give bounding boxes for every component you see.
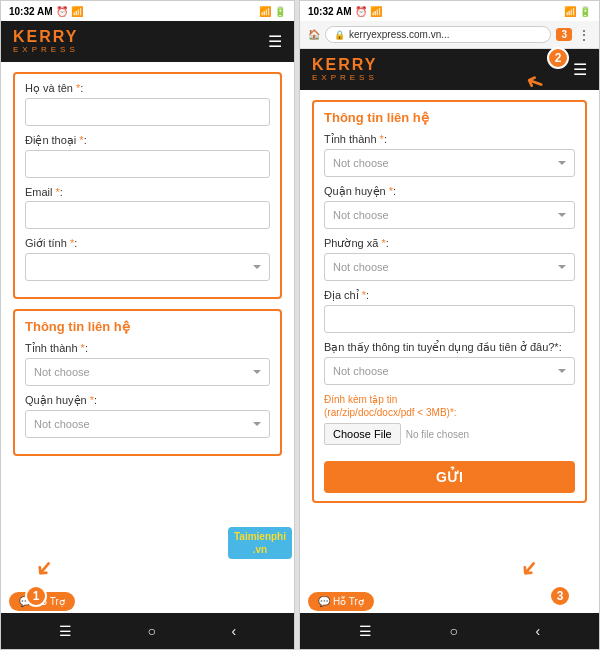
bottom-nav-right: ☰ ○ ‹	[300, 613, 599, 649]
bottom-nav-left: ☰ ○ ‹	[1, 613, 294, 649]
time-left: 10:32 AM	[9, 6, 53, 17]
no-file-label: No file chosen	[406, 429, 469, 440]
badge-3: 3	[549, 585, 571, 607]
contact-section-left: Thông tin liên hệ Tỉnh thành *: Not choo…	[13, 309, 282, 456]
address-label-right: Địa chỉ *:	[324, 289, 575, 302]
nav-back-icon-right[interactable]: ‹	[535, 623, 540, 639]
battery-icon: 🔋	[274, 6, 286, 17]
watermark-vn: .vn	[253, 544, 267, 555]
nav-menu-icon-right[interactable]: ☰	[359, 623, 372, 639]
province-group-right: Tỉnh thành *: Not choose	[324, 133, 575, 177]
question-label: Bạn thấy thông tin tuyển dụng đầu tiên ở…	[324, 341, 575, 354]
nav-menu-icon-left[interactable]: ☰	[59, 623, 72, 639]
support-btn-right[interactable]: 💬 Hỗ Trợ	[308, 592, 374, 611]
lock-icon: 🔒	[334, 30, 345, 40]
submit-button[interactable]: GỬI	[324, 461, 575, 493]
question-group: Bạn thấy thông tin tuyển dụng đầu tiên ở…	[324, 341, 575, 385]
header-left: KERRY EXPRESS ☰	[1, 21, 294, 62]
logo-kerry-right: KERRY	[312, 57, 378, 73]
district-group-right: Quận huyện *: Not choose	[324, 185, 575, 229]
time-right: 10:32 AM	[308, 6, 352, 17]
url-text: kerryexpress.com.vn...	[349, 29, 450, 40]
choose-file-button[interactable]: Choose File	[324, 423, 401, 445]
district-select-left[interactable]: Not choose	[25, 410, 270, 438]
gender-label: Giới tính *:	[25, 237, 270, 250]
province-select-left[interactable]: Not choose	[25, 358, 270, 386]
url-bar[interactable]: 🔒 kerryexpress.com.vn...	[325, 26, 551, 43]
hamburger-icon-left[interactable]: ☰	[268, 32, 282, 51]
contact-section-right: Thông tin liên hệ Tỉnh thành *: Not choo…	[312, 100, 587, 503]
more-icon[interactable]: ⋮	[577, 27, 591, 43]
content-right: Thông tin liên hệ Tỉnh thành *: Not choo…	[300, 90, 599, 613]
province-label-left: Tỉnh thành *:	[25, 342, 270, 355]
ward-select-right[interactable]: Not choose	[324, 253, 575, 281]
phone-label: Điện thoại *:	[25, 134, 270, 147]
contact-title-right: Thông tin liên hệ	[324, 110, 575, 125]
badge-1: 1	[25, 585, 47, 607]
district-group-left: Quận huyện *: Not choose	[25, 394, 270, 438]
name-label: Họ và tên *:	[25, 82, 270, 95]
contact-title-left: Thông tin liên hệ	[25, 319, 270, 334]
gender-select[interactable]	[25, 253, 270, 281]
address-group-right: Địa chỉ *:	[324, 289, 575, 333]
nav-home-icon-right[interactable]: ○	[449, 623, 457, 639]
status-bar-right: 10:32 AM ⏰ 📶 📶 🔋	[300, 1, 599, 21]
email-group: Email *:	[25, 186, 270, 229]
name-input[interactable]	[25, 98, 270, 126]
status-bar-left: 10:32 AM ⏰ 📶 📶 🔋	[1, 1, 294, 21]
district-label-left: Quận huyện *:	[25, 394, 270, 407]
phone-group: Điện thoại *:	[25, 134, 270, 178]
nav-back-icon-left[interactable]: ‹	[231, 623, 236, 639]
browser-bar: 🏠 🔒 kerryexpress.com.vn... 3 ⋮	[300, 21, 599, 49]
watermark-left: Taimienphi .vn	[228, 527, 292, 559]
alarm-icon-right: ⏰	[355, 6, 367, 17]
attachment-group: Đính kèm tập tin (rar/zip/doc/docx/pdf <…	[324, 393, 575, 445]
signal-icon: 📶	[71, 6, 83, 17]
email-label: Email *:	[25, 186, 270, 198]
hamburger-icon-right[interactable]: ☰	[573, 60, 587, 79]
district-select-right[interactable]: Not choose	[324, 201, 575, 229]
battery-icon-right: 🔋	[579, 6, 591, 17]
province-select-right[interactable]: Not choose	[324, 149, 575, 177]
ward-label-right: Phường xã *:	[324, 237, 575, 250]
logo-express-left: EXPRESS	[13, 45, 79, 54]
question-select[interactable]: Not choose	[324, 357, 575, 385]
logo-express-right: EXPRESS	[312, 73, 378, 82]
ward-group-right: Phường xã *: Not choose	[324, 237, 575, 281]
phone-input[interactable]	[25, 150, 270, 178]
logo-kerry-left: KERRY	[13, 29, 79, 45]
support-icon-right: 💬	[318, 596, 330, 607]
watermark-text: Taimienphi	[234, 531, 286, 542]
nav-home-icon-left[interactable]: ○	[147, 623, 155, 639]
browser-home-icon[interactable]: 🏠	[308, 29, 320, 40]
wifi-icon-right: 📶	[564, 6, 576, 17]
province-group-left: Tỉnh thành *: Not choose	[25, 342, 270, 386]
attachment-label: Đính kèm tập tin (rar/zip/doc/docx/pdf <…	[324, 393, 575, 419]
badge-2: 2	[547, 47, 569, 69]
province-label-right: Tỉnh thành *:	[324, 133, 575, 146]
wifi-icon: 📶	[259, 6, 271, 17]
form-section-left: Họ và tên *: Điện thoại *: Email *: Giới…	[13, 72, 282, 299]
alarm-icon: ⏰	[56, 6, 68, 17]
signal-icon-right: 📶	[370, 6, 382, 17]
gender-group: Giới tính *:	[25, 237, 270, 281]
name-group: Họ và tên *:	[25, 82, 270, 126]
tab-count: 3	[556, 28, 572, 41]
address-input-right[interactable]	[324, 305, 575, 333]
email-input[interactable]	[25, 201, 270, 229]
district-label-right: Quận huyện *:	[324, 185, 575, 198]
